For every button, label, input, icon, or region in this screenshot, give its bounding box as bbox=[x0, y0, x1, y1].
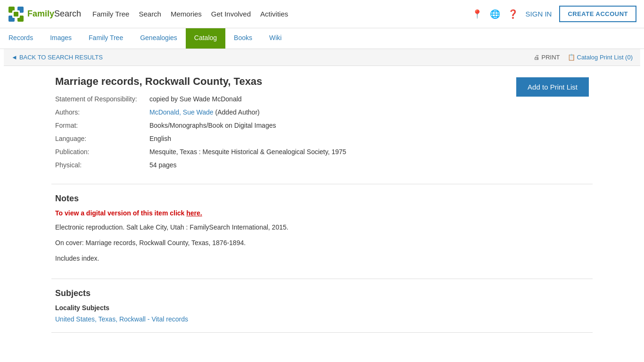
add-to-print-button[interactable]: Add to Print List bbox=[516, 77, 589, 97]
field-label-authors: Authors: bbox=[55, 108, 149, 116]
back-link-text: BACK TO SEARCH RESULTS bbox=[19, 54, 103, 61]
back-arrow-icon: ◄ bbox=[11, 54, 17, 61]
subjects-section: Subjects Locality Subjects United States… bbox=[51, 279, 593, 333]
digital-version-link[interactable]: here. bbox=[186, 209, 202, 217]
field-label-language: Language: bbox=[55, 135, 149, 142]
create-account-button[interactable]: CREATE ACCOUNT bbox=[559, 6, 636, 22]
sub-nav-catalog[interactable]: Catalog bbox=[186, 28, 225, 49]
header: FamilySearch Family Tree Search Memories… bbox=[0, 0, 644, 28]
fields-table: Statement of Responsibility: copied by S… bbox=[55, 95, 507, 169]
author-suffix: (Added Author) bbox=[215, 108, 260, 116]
sub-nav-records[interactable]: Records bbox=[0, 28, 41, 49]
digital-notice: To view a digital version of this item c… bbox=[55, 209, 589, 217]
location-icon[interactable]: 📍 bbox=[472, 9, 482, 19]
catalog-print-list-link[interactable]: 📋 Catalog Print List (0) bbox=[568, 54, 633, 61]
help-icon[interactable]: ❓ bbox=[508, 9, 518, 19]
subject-link[interactable]: United States, Texas, Rockwall - Vital r… bbox=[55, 315, 188, 323]
field-value-physical: 54 pages bbox=[149, 161, 507, 169]
field-format: Format: Books/Monographs/Book on Digital… bbox=[55, 122, 507, 129]
field-value-format: Books/Monographs/Book on Digital Images bbox=[149, 122, 507, 129]
field-label-format: Format: bbox=[55, 122, 149, 129]
record-title: Marriage records, Rockwall County, Texas bbox=[55, 75, 507, 88]
field-label-physical: Physical: bbox=[55, 161, 149, 169]
sign-in-link[interactable]: SIGN IN bbox=[526, 10, 552, 18]
catalog-list-icon: 📋 bbox=[568, 54, 575, 61]
main-nav: Family Tree Search Memories Get Involved… bbox=[92, 10, 471, 18]
catalog-print-list-label: Catalog Print List (0) bbox=[577, 54, 633, 61]
record-section: Marriage records, Rockwall County, Texas… bbox=[51, 66, 593, 184]
sub-nav-family-tree[interactable]: Family Tree bbox=[80, 28, 132, 49]
field-physical: Physical: 54 pages bbox=[55, 161, 507, 169]
field-publication: Publication: Mesquite, Texas : Mesquite … bbox=[55, 148, 507, 156]
field-label-publication: Publication: bbox=[55, 148, 149, 156]
nav-search[interactable]: Search bbox=[139, 10, 161, 18]
field-value-authors: McDonald, Sue Wade (Added Author) bbox=[149, 108, 507, 116]
field-authors: Authors: McDonald, Sue Wade (Added Autho… bbox=[55, 108, 507, 116]
record-left: Marriage records, Rockwall County, Texas… bbox=[55, 75, 507, 174]
header-actions: 📍 🌐 ❓ SIGN IN CREATE ACCOUNT bbox=[472, 6, 636, 22]
print-link[interactable]: 🖨 PRINT bbox=[534, 54, 560, 61]
field-language: Language: English bbox=[55, 135, 507, 142]
logo-text: FamilySearch bbox=[27, 9, 81, 19]
nav-memories[interactable]: Memories bbox=[171, 10, 202, 18]
nav-get-involved[interactable]: Get Involved bbox=[211, 10, 251, 18]
field-label-statement: Statement of Responsibility: bbox=[55, 95, 149, 103]
sub-nav-wiki[interactable]: Wiki bbox=[261, 28, 290, 49]
field-value-language: English bbox=[149, 135, 507, 142]
locality-subjects-title: Locality Subjects bbox=[55, 304, 589, 312]
sub-nav-images[interactable]: Images bbox=[41, 28, 80, 49]
field-statement: Statement of Responsibility: copied by S… bbox=[55, 95, 507, 103]
logo[interactable]: FamilySearch bbox=[8, 6, 81, 23]
globe-icon[interactable]: 🌐 bbox=[490, 9, 500, 19]
nav-activities[interactable]: Activities bbox=[260, 10, 288, 18]
author-link[interactable]: McDonald, Sue Wade bbox=[149, 108, 214, 116]
notes-title: Notes bbox=[55, 194, 589, 204]
print-label: PRINT bbox=[542, 54, 560, 61]
note-2: On cover: Marriage records, Rockwall Cou… bbox=[55, 238, 589, 248]
sub-nav-genealogies[interactable]: Genealogies bbox=[132, 28, 186, 49]
back-to-search-link[interactable]: ◄ BACK TO SEARCH RESULTS bbox=[11, 54, 103, 61]
breadcrumb-right: 🖨 PRINT 📋 Catalog Print List (0) bbox=[534, 54, 633, 61]
field-value-statement: copied by Sue Wade McDonald bbox=[149, 95, 507, 103]
svg-rect-5 bbox=[14, 12, 18, 16]
notes-section: Notes To view a digital version of this … bbox=[51, 184, 593, 279]
subjects-title: Subjects bbox=[55, 288, 589, 298]
nav-family-tree[interactable]: Family Tree bbox=[92, 10, 129, 18]
content: Marriage records, Rockwall County, Texas… bbox=[44, 66, 600, 333]
print-icon: 🖨 bbox=[534, 54, 540, 61]
note-3: Includes index. bbox=[55, 254, 589, 263]
field-value-publication: Mesquite, Texas : Mesquite Historical & … bbox=[149, 148, 507, 156]
logo-icon bbox=[8, 6, 25, 23]
sub-nav-books[interactable]: Books bbox=[225, 28, 261, 49]
breadcrumb-bar: ◄ BACK TO SEARCH RESULTS 🖨 PRINT 📋 Catal… bbox=[4, 49, 640, 66]
digital-notice-prefix: To view a digital version of this item c… bbox=[55, 209, 186, 217]
note-1: Electronic reproduction. Salt Lake City,… bbox=[55, 222, 589, 232]
sub-nav: Records Images Family Tree Genealogies C… bbox=[0, 28, 644, 49]
